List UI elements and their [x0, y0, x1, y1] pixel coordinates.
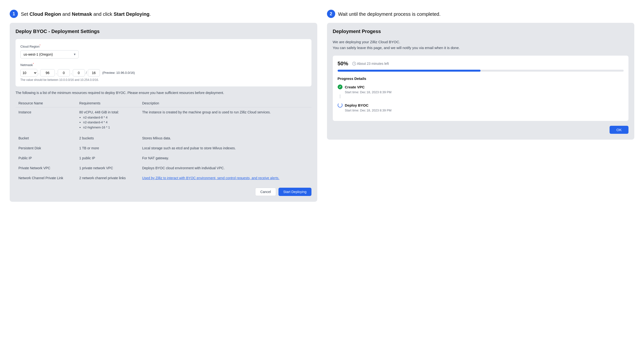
- netmask-octet2-input[interactable]: [40, 69, 55, 77]
- step1-circle: 1: [10, 10, 18, 18]
- progress-bar-fill: [338, 70, 481, 72]
- start-deploying-button[interactable]: Start Deploying: [278, 188, 312, 196]
- ok-button[interactable]: OK: [610, 126, 628, 134]
- cloud-region-select-wrapper[interactable]: us-west-1 (Oregon) us-east-1 (N. Virgini…: [20, 50, 78, 59]
- netmask-octet1-select[interactable]: 10: [20, 69, 37, 77]
- description-cell: Local storage such as etcd and pulsar to…: [139, 143, 312, 153]
- table-row: Private Network VPC 1 private network VP…: [16, 163, 312, 173]
- description-cell: The instance is created by the machine g…: [139, 107, 312, 133]
- col-description: Description: [139, 99, 312, 107]
- resource-name-cell: Network Channel Private Link: [16, 173, 76, 183]
- description-cell: Stores Milvus data.: [139, 133, 312, 143]
- netmask-label: Netmask*: [20, 62, 306, 67]
- right-panel-title: Deployment Progess: [333, 29, 629, 34]
- progress-time: About 23 minutes left: [352, 62, 389, 66]
- requirements-cell: 80 vCPU, 448 GiB in total: n2-standard-8…: [76, 107, 139, 133]
- left-column: 1 Set Cloud Region and Netmask and click…: [10, 10, 317, 202]
- requirements-cell: 1 public IP: [76, 153, 139, 163]
- resources-table: Resource Name Requirements Description I…: [16, 99, 312, 183]
- check-icon: [338, 85, 342, 89]
- deploy-byoc-time: Start time: Dec 18, 2023 8:39 PM: [345, 109, 624, 112]
- ok-bar: OK: [333, 126, 629, 134]
- table-header-row: Resource Name Requirements Description: [16, 99, 312, 107]
- table-row: Persistent Disk 1 TB or more Local stora…: [16, 143, 312, 153]
- table-row: Instance 80 vCPU, 448 GiB in total: n2-s…: [16, 107, 312, 133]
- progress-percent: 50%: [338, 61, 348, 67]
- progress-header: 50% About 23 minutes left: [338, 61, 624, 67]
- requirements-cell: 2 network channel private links: [76, 173, 139, 183]
- progress-details-title: Progress Details: [338, 77, 624, 81]
- resource-name-cell: Bucket: [16, 133, 76, 143]
- right-panel: Deployment Progess We are deploying your…: [327, 23, 634, 140]
- loading-icon: [338, 103, 342, 108]
- resources-table-body: Instance 80 vCPU, 448 GiB in total: n2-s…: [16, 107, 312, 183]
- col-resource-name: Resource Name: [16, 99, 76, 107]
- step2-circle: 2: [327, 10, 335, 18]
- resources-intro: The following is a list of the minimum r…: [16, 90, 312, 95]
- cancel-button[interactable]: Cancel: [255, 188, 276, 196]
- table-row: Network Channel Private Link 2 network c…: [16, 173, 312, 183]
- requirements-cell: 1 TB or more: [76, 143, 139, 153]
- netmask-octet3-input[interactable]: [58, 69, 70, 77]
- step2-title: Wait until the deployment process is com…: [338, 10, 441, 18]
- progress-item-create-vpc: Create VPC Start time: Dec 18, 2023 8:39…: [338, 85, 624, 99]
- progress-bar-track: [338, 70, 624, 72]
- netmask-octet4-input[interactable]: [73, 69, 85, 77]
- resources-table-head: Resource Name Requirements Description: [16, 99, 312, 107]
- resource-name-cell: Private Network VPC: [16, 163, 76, 173]
- resource-name-cell: Persistent Disk: [16, 143, 76, 153]
- progress-card: 50% About 23 minutes left Progress Detai…: [333, 56, 629, 121]
- progress-item-deploy-byoc: Deploy BYOC Start time: Dec 18, 2023 8:3…: [338, 103, 624, 112]
- resource-name-cell: Public IP: [16, 153, 76, 163]
- create-vpc-name: Create VPC: [345, 85, 365, 89]
- description-cell: Used by Zilliz to interact with BYOC env…: [139, 173, 312, 183]
- deploy-byoc-name: Deploy BYOC: [345, 103, 369, 107]
- left-panel-title: Deploy BYOC - Deployment Settings: [16, 29, 312, 34]
- table-row: Public IP 1 public IP For NAT gateway.: [16, 153, 312, 163]
- instance-bullets: n2-standard-8 * 4 n2-standard-4 * 4 n2-h…: [83, 115, 136, 130]
- form-section: Cloud Region* us-west-1 (Oregon) us-east…: [16, 39, 312, 87]
- page-layout: 1 Set Cloud Region and Netmask and click…: [10, 10, 634, 202]
- requirements-cell: 2 buckets: [76, 133, 139, 143]
- left-panel: Deploy BYOC - Deployment Settings Cloud …: [10, 23, 317, 202]
- table-row: Bucket 2 buckets Stores Milvus data.: [16, 133, 312, 143]
- description-cell: Deploys BYOC cloud environment with indi…: [139, 163, 312, 173]
- netmask-row: 10 . . . / (Preview: 10.96.0.0/16): [20, 69, 306, 77]
- deployment-description: We are deploying your Zilliz Cloud BYOC.…: [333, 39, 629, 51]
- netmask-prefix-input[interactable]: [88, 69, 100, 77]
- resource-name-cell: Instance: [16, 107, 76, 133]
- cloud-region-select[interactable]: us-west-1 (Oregon) us-east-1 (N. Virgini…: [20, 50, 78, 59]
- right-column: 2 Wait until the deployment process is c…: [327, 10, 634, 140]
- cloud-region-label: Cloud Region*: [20, 44, 306, 48]
- step1-title: Set Cloud Region and Netmask and click S…: [21, 10, 151, 18]
- action-bar: Cancel Start Deploying: [16, 188, 312, 196]
- private-link-description-link[interactable]: Used by Zilliz to interact with BYOC env…: [142, 176, 280, 180]
- requirements-cell: 1 private network VPC: [76, 163, 139, 173]
- resources-section: The following is a list of the minimum r…: [16, 90, 312, 183]
- create-vpc-time: Start time: Dec 18, 2023 8:39 PM: [345, 90, 624, 94]
- netmask-preview: (Preview: 10.96.0.0/16): [102, 71, 135, 75]
- step2-header: 2 Wait until the deployment process is c…: [327, 10, 634, 18]
- description-cell: For NAT gateway.: [139, 153, 312, 163]
- netmask-hint: The value should be between 10.0.0.0/16 …: [20, 78, 306, 82]
- step1-header: 1 Set Cloud Region and Netmask and click…: [10, 10, 317, 18]
- progress-divider: [340, 95, 340, 98]
- col-requirements: Requirements: [76, 99, 139, 107]
- clock-icon: [352, 62, 356, 66]
- svg-line-2: [354, 64, 355, 64]
